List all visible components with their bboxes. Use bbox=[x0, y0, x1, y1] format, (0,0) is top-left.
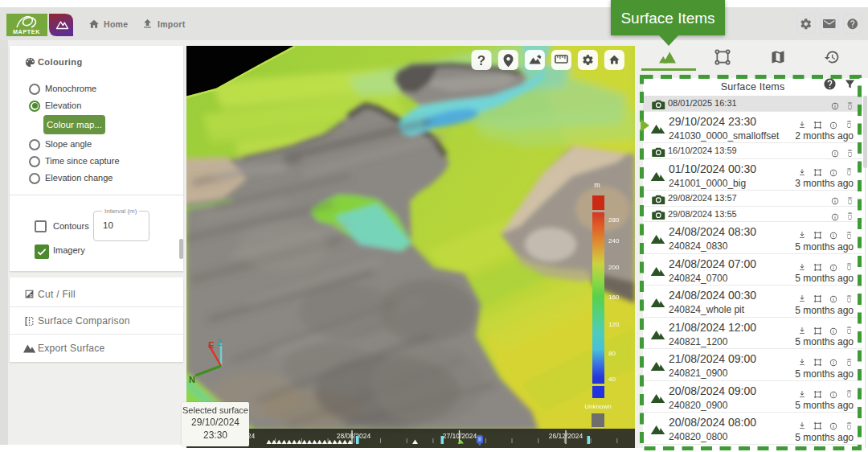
svg-text:40: 40 bbox=[608, 376, 616, 383]
svg-text:MAPTEK: MAPTEK bbox=[13, 28, 40, 35]
svg-text:28/08/2024: 28/08/2024 bbox=[337, 432, 371, 440]
svg-text:E: E bbox=[208, 340, 214, 350]
svg-text:m: m bbox=[594, 181, 600, 189]
svg-text:80: 80 bbox=[608, 350, 616, 357]
svg-text:280: 280 bbox=[608, 216, 620, 224]
svg-text:160: 160 bbox=[608, 294, 620, 301]
svg-text:200: 200 bbox=[608, 264, 620, 271]
svg-text:?: ? bbox=[477, 53, 485, 68]
svg-text:Unknown: Unknown bbox=[584, 403, 611, 410]
svg-text:120: 120 bbox=[608, 321, 620, 328]
svg-text:240: 240 bbox=[608, 237, 620, 244]
svg-text:Z: Z bbox=[217, 338, 223, 347]
svg-text:N: N bbox=[189, 375, 195, 384]
